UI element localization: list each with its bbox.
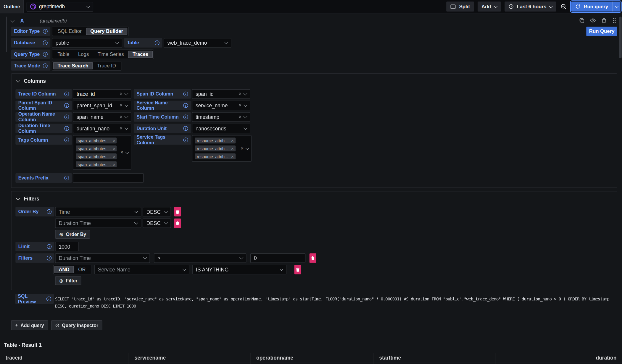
- info-icon[interactable]: i: [43, 29, 48, 34]
- close-icon[interactable]: ×: [231, 146, 234, 150]
- close-icon[interactable]: ×: [120, 127, 123, 130]
- add-query-button[interactable]: + Add query: [11, 320, 48, 330]
- info-icon[interactable]: i: [183, 114, 188, 119]
- info-icon[interactable]: i: [64, 126, 69, 131]
- duration-time-select[interactable]: duration_nano ×: [73, 124, 131, 133]
- order-by-direction-select[interactable]: DESC: [143, 207, 171, 216]
- drag-handle-icon[interactable]: [612, 18, 617, 23]
- tags-multiselect[interactable]: span_attributes....× span_attributes....…: [73, 135, 131, 170]
- close-icon[interactable]: ×: [239, 92, 241, 96]
- tab-time-series[interactable]: Time Series: [93, 51, 128, 58]
- collapse-chevron-icon[interactable]: [11, 18, 14, 22]
- add-button[interactable]: Add: [477, 1, 501, 12]
- database-select[interactable]: public: [52, 38, 122, 48]
- sql-preview-label: SQL Preview: [18, 293, 44, 305]
- duplicate-icon[interactable]: [579, 18, 584, 23]
- close-icon[interactable]: ×: [113, 146, 115, 150]
- info-icon[interactable]: i: [183, 137, 188, 142]
- zoom-out-button[interactable]: [560, 3, 568, 9]
- filter-field-select[interactable]: Duration Time: [55, 253, 150, 263]
- info-icon[interactable]: i: [47, 256, 51, 261]
- operation-name-select[interactable]: span_name ×: [73, 112, 131, 122]
- info-icon[interactable]: i: [64, 114, 69, 119]
- col-header-starttime[interactable]: starttime: [374, 353, 496, 363]
- close-icon[interactable]: ×: [239, 103, 241, 107]
- close-icon[interactable]: ×: [113, 139, 115, 143]
- start-time-select[interactable]: timestamp ×: [192, 112, 250, 122]
- logic-or[interactable]: OR: [74, 266, 90, 273]
- order-by-field-select[interactable]: Time: [55, 207, 141, 216]
- query-ref[interactable]: A: [20, 18, 24, 24]
- time-range-picker[interactable]: Last 6 hours: [505, 1, 556, 12]
- tab-trace-search[interactable]: Trace Search: [53, 62, 93, 69]
- outline-toggle[interactable]: Outline: [0, 0, 24, 13]
- close-icon[interactable]: ×: [120, 151, 123, 154]
- trash-icon[interactable]: [601, 18, 606, 23]
- columns-section-header[interactable]: Columns: [17, 78, 613, 84]
- filter-operator-select[interactable]: >: [154, 253, 246, 263]
- close-icon[interactable]: ×: [120, 103, 123, 107]
- events-prefix-input[interactable]: [73, 173, 144, 183]
- filters-section-header[interactable]: Filters: [17, 196, 613, 202]
- close-icon[interactable]: ×: [241, 146, 244, 150]
- info-icon[interactable]: i: [47, 209, 51, 214]
- info-icon[interactable]: i: [43, 41, 48, 45]
- order-by-direction-select-2[interactable]: DESC: [143, 219, 171, 228]
- close-icon[interactable]: ×: [239, 115, 241, 119]
- service-name-select[interactable]: service_name ×: [192, 101, 250, 110]
- col-header-traceid[interactable]: traceid: [0, 353, 129, 363]
- add-order-by-button[interactable]: ⊕ Order By: [55, 230, 90, 239]
- filter-value-input[interactable]: [250, 253, 305, 263]
- tab-sql-editor[interactable]: SQL Editor: [53, 28, 86, 35]
- col-header-duration[interactable]: duration: [496, 353, 622, 363]
- span-id-select[interactable]: span_id ×: [192, 89, 250, 99]
- info-icon[interactable]: i: [64, 92, 69, 96]
- close-icon[interactable]: ×: [231, 154, 234, 158]
- service-tags-multiselect[interactable]: resource_attrib...× resource_attrib...× …: [192, 135, 252, 162]
- info-icon[interactable]: i: [43, 63, 48, 68]
- parent-span-id-select[interactable]: parent_span_id ×: [73, 101, 131, 110]
- info-icon[interactable]: i: [155, 41, 159, 45]
- col-header-servicename[interactable]: servicename: [129, 353, 251, 363]
- close-icon[interactable]: ×: [113, 162, 115, 166]
- close-icon[interactable]: ×: [120, 115, 123, 119]
- filter-field-select-2[interactable]: Service Name: [94, 265, 189, 274]
- close-icon[interactable]: ×: [113, 154, 115, 158]
- run-query-editor-button[interactable]: Run Query: [586, 27, 617, 36]
- info-icon[interactable]: i: [64, 176, 69, 180]
- info-icon[interactable]: i: [183, 103, 188, 108]
- close-icon[interactable]: ×: [120, 92, 123, 96]
- tab-query-builder[interactable]: Query Builder: [86, 28, 127, 35]
- tab-table[interactable]: Table: [53, 51, 74, 58]
- logic-and[interactable]: AND: [54, 266, 74, 273]
- tab-trace-id[interactable]: Trace ID: [93, 62, 120, 69]
- info-icon[interactable]: i: [64, 103, 69, 108]
- info-icon[interactable]: i: [47, 244, 51, 249]
- run-query-button[interactable]: Run query: [571, 1, 612, 12]
- delete-filter-button[interactable]: [310, 253, 316, 263]
- delete-order-by-button[interactable]: [174, 207, 181, 216]
- info-icon[interactable]: i: [46, 297, 51, 301]
- limit-input[interactable]: [55, 242, 78, 251]
- filter-operator-select-2[interactable]: IS ANYTHING: [192, 265, 286, 274]
- close-icon[interactable]: ×: [231, 139, 234, 143]
- tab-logs[interactable]: Logs: [74, 51, 93, 58]
- split-button[interactable]: Split: [447, 1, 474, 12]
- query-inspector-button[interactable]: ⊙ Query inspector: [51, 320, 102, 330]
- duration-unit-select[interactable]: nanoseconds: [192, 124, 250, 133]
- tab-traces[interactable]: Traces: [128, 51, 153, 58]
- delete-order-by-button-2[interactable]: [174, 219, 181, 228]
- delete-filter-button-2[interactable]: [294, 265, 301, 274]
- info-icon[interactable]: i: [43, 52, 48, 57]
- info-icon[interactable]: i: [183, 126, 188, 131]
- info-icon[interactable]: i: [64, 137, 69, 142]
- table-select[interactable]: web_trace_demo: [164, 38, 231, 48]
- info-icon[interactable]: i: [183, 92, 188, 96]
- col-header-operationname[interactable]: operationname: [251, 353, 374, 363]
- eye-icon[interactable]: [590, 17, 596, 23]
- run-query-dropdown[interactable]: [612, 1, 621, 12]
- order-by-field-select-2[interactable]: Duration Time: [55, 219, 141, 228]
- trace-id-select[interactable]: trace_id ×: [73, 89, 131, 99]
- datasource-picker[interactable]: greptimedb: [27, 2, 93, 11]
- add-filter-button[interactable]: ⊕ Filter: [55, 276, 81, 285]
